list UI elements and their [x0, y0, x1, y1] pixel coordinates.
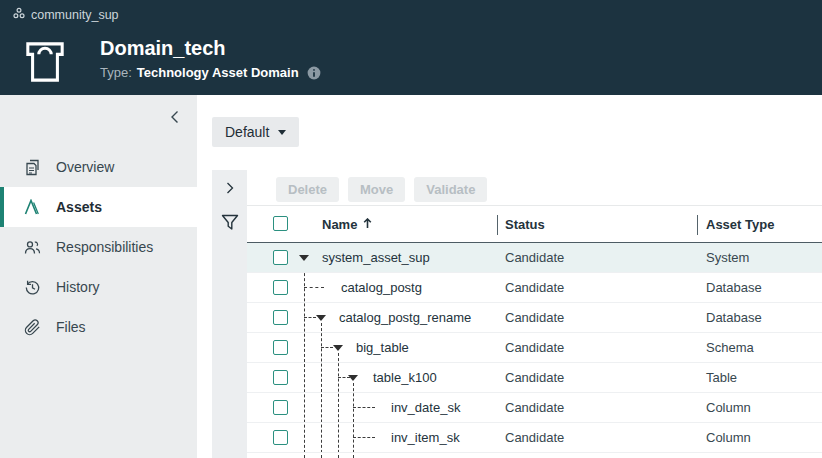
paperclip-icon: [24, 319, 41, 336]
asset-name-link[interactable]: catalog_postg: [341, 273, 422, 302]
assets-icon: [24, 199, 41, 216]
side-panel-rail: [212, 170, 247, 458]
tree-connector: [304, 317, 316, 318]
sidebar-item-label: Responsibilities: [56, 239, 153, 255]
sidebar-item-label: Overview: [56, 159, 114, 175]
asset-type-cell: Database: [706, 303, 762, 332]
asset-name-link[interactable]: table_k100: [373, 363, 437, 392]
asset-name-link[interactable]: catalog_postg_rename: [339, 303, 471, 332]
asset-type-line: Type: Technology Asset Domain: [100, 65, 321, 80]
select-all-checkbox[interactable]: [273, 216, 288, 231]
sidebar-nav: Overview Assets Responsibilities: [0, 147, 197, 347]
asset-type-cell: Database: [706, 273, 762, 302]
column-header-asset-type[interactable]: Asset Type: [706, 217, 774, 232]
table-row[interactable]: inv_date_sk Candidate Column: [247, 393, 822, 423]
history-icon: [24, 279, 41, 296]
row-checkbox[interactable]: [273, 250, 288, 265]
collapse-node-icon[interactable]: [316, 315, 326, 321]
status-cell: Candidate: [505, 423, 564, 452]
column-divider: [497, 215, 498, 235]
breadcrumb[interactable]: community_sup: [13, 7, 119, 22]
community-icon: [13, 7, 25, 22]
table-row[interactable]: catalog_postg_rename Candidate Database: [247, 303, 822, 333]
sidebar-item-assets[interactable]: Assets: [0, 187, 197, 227]
column-divider: [697, 215, 698, 235]
expand-panel-icon[interactable]: [212, 182, 247, 194]
column-header-name[interactable]: Name: [322, 217, 372, 232]
status-cell: Candidate: [505, 243, 564, 272]
view-selector-button[interactable]: Default: [212, 117, 299, 147]
bulk-actions-toolbar: Delete Move Validate: [276, 177, 487, 202]
sidebar-item-history[interactable]: History: [0, 267, 197, 307]
tree-connector: [353, 437, 375, 438]
sidebar-item-overview[interactable]: Overview: [0, 147, 197, 187]
people-icon: [24, 239, 41, 256]
table-row[interactable]: big_table Candidate Schema: [247, 333, 822, 363]
table-row[interactable]: system_asset_sup Candidate System: [247, 243, 822, 273]
row-checkbox[interactable]: [273, 370, 288, 385]
collapse-node-icon[interactable]: [333, 345, 343, 351]
page-title: Domain_tech: [100, 37, 226, 60]
row-checkbox[interactable]: [273, 280, 288, 295]
tree-connector: [353, 407, 375, 408]
status-cell: Candidate: [505, 333, 564, 362]
row-checkbox[interactable]: [273, 430, 288, 445]
collapse-sidebar-icon[interactable]: [166, 109, 182, 125]
sidebar-item-files[interactable]: Files: [0, 307, 197, 347]
assets-table: Name Status Asset Type system_asset_sup …: [247, 205, 822, 458]
delete-button[interactable]: Delete: [276, 177, 339, 202]
asset-name-link[interactable]: big_table: [356, 333, 409, 362]
table-body: system_asset_sup Candidate System catalo…: [247, 243, 822, 458]
type-label: Type:: [100, 65, 132, 80]
breadcrumb-label[interactable]: community_sup: [31, 8, 119, 22]
sidebar-item-label: Files: [56, 319, 86, 335]
table-row[interactable]: inv_item_sk Candidate Column: [247, 423, 822, 453]
status-cell: Candidate: [505, 363, 564, 392]
table-row[interactable]: table_k100 Candidate Table: [247, 363, 822, 393]
type-value: Technology Asset Domain: [137, 65, 299, 80]
column-header-status[interactable]: Status: [505, 217, 545, 232]
asset-type-cell: System: [706, 243, 749, 272]
asset-name-link[interactable]: inv_item_sk: [391, 423, 460, 452]
sort-ascending-icon[interactable]: [363, 217, 372, 232]
tree-connector: [304, 287, 324, 288]
sidebar-item-label: Assets: [56, 199, 102, 215]
table-header: Name Status Asset Type: [247, 205, 822, 243]
asset-name-link[interactable]: system_asset_sup: [322, 243, 430, 272]
asset-type-cell: Schema: [706, 333, 754, 362]
row-checkbox[interactable]: [273, 340, 288, 355]
row-checkbox[interactable]: [273, 310, 288, 325]
document-icon: [24, 159, 41, 176]
filter-icon[interactable]: [212, 214, 247, 231]
asset-type-cell: Column: [706, 423, 751, 452]
asset-type-cell: Column: [706, 393, 751, 422]
table-row[interactable]: catalog_postg Candidate Database: [247, 273, 822, 303]
status-cell: Candidate: [505, 273, 564, 302]
asset-type-cell: Table: [706, 363, 737, 392]
top-header: community_sup Domain_tech Type: Technolo…: [0, 0, 822, 95]
collapse-node-icon[interactable]: [299, 255, 309, 261]
collapse-node-icon[interactable]: [348, 375, 358, 381]
row-checkbox[interactable]: [273, 400, 288, 415]
status-cell: Candidate: [505, 393, 564, 422]
move-button[interactable]: Move: [348, 177, 405, 202]
tree-connector: [321, 347, 333, 348]
chevron-down-icon: [278, 130, 286, 135]
info-icon[interactable]: [307, 66, 321, 80]
sidebar-item-responsibilities[interactable]: Responsibilities: [0, 227, 197, 267]
view-selector-label: Default: [225, 124, 269, 140]
status-cell: Candidate: [505, 303, 564, 332]
asset-name-link[interactable]: inv_date_sk: [391, 393, 460, 422]
sidebar-item-label: History: [56, 279, 100, 295]
sidebar: Overview Assets Responsibilities: [0, 95, 197, 458]
validate-button[interactable]: Validate: [414, 177, 487, 202]
domain-icon: [24, 39, 66, 89]
